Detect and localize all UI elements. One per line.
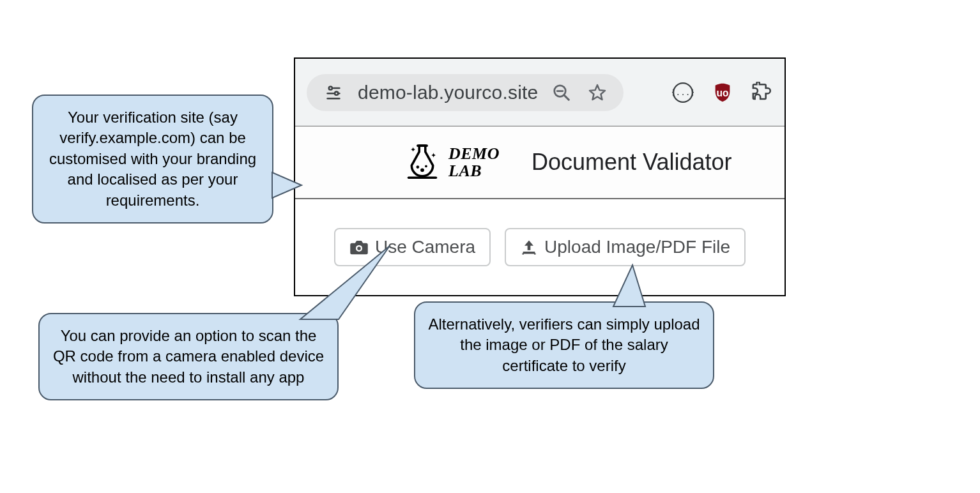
action-row: Use Camera Upload Image/PDF File xyxy=(295,199,785,295)
svg-text:uo: uo xyxy=(716,87,728,98)
svg-point-15 xyxy=(425,165,427,167)
url-text[interactable]: demo-lab.yourco.site xyxy=(358,82,538,103)
browser-extensions: {...} uo xyxy=(672,82,773,103)
svg-point-0 xyxy=(329,86,332,89)
address-bar[interactable]: demo-lab.yourco.site xyxy=(307,74,624,111)
use-camera-label: Use Camera xyxy=(375,237,475,257)
camera-icon xyxy=(349,239,369,255)
browser-toolbar: demo-lab.yourco.site {...} xyxy=(295,59,785,126)
svg-point-13 xyxy=(416,165,419,169)
svg-point-14 xyxy=(420,168,424,172)
callout-upload: Alternatively, verifiers can simply uplo… xyxy=(414,301,714,389)
svg-point-3 xyxy=(335,91,338,95)
logo-text: DEMO LAB xyxy=(448,145,500,180)
browser-window: demo-lab.yourco.site {...} xyxy=(294,57,786,296)
svg-line-6 xyxy=(564,95,569,100)
upload-file-label: Upload Image/PDF File xyxy=(544,237,730,257)
zoom-out-icon[interactable] xyxy=(552,83,571,102)
callout-camera: You can provide an option to scan the QR… xyxy=(38,313,339,400)
use-camera-button[interactable]: Use Camera xyxy=(334,228,491,266)
svg-point-19 xyxy=(357,247,361,250)
svg-text:✦: ✦ xyxy=(410,146,416,153)
svg-text:{...}: {...} xyxy=(672,87,694,97)
page-header: ✦ ✦ DEMO LAB Document Validator xyxy=(295,126,785,199)
star-icon[interactable] xyxy=(588,83,607,102)
callout-branding: Your verification site (say verify.examp… xyxy=(32,95,273,224)
site-settings-icon[interactable] xyxy=(323,82,344,103)
upload-icon xyxy=(520,238,538,256)
svg-rect-22 xyxy=(534,253,535,254)
flask-icon: ✦ ✦ xyxy=(404,141,441,183)
upload-file-button[interactable]: Upload Image/PDF File xyxy=(505,228,746,266)
svg-rect-20 xyxy=(523,252,535,254)
callout-camera-text: You can provide an option to scan the QR… xyxy=(53,327,324,386)
braces-extension-icon[interactable]: {...} xyxy=(672,82,694,103)
ublock-shield-icon[interactable]: uo xyxy=(712,82,733,103)
callout-branding-text: Your verification site (say verify.examp… xyxy=(49,109,256,209)
callout-upload-text: Alternatively, verifiers can simply uplo… xyxy=(428,315,700,374)
page-title: Document Validator xyxy=(532,149,732,176)
svg-text:✦: ✦ xyxy=(431,151,436,159)
svg-rect-21 xyxy=(523,253,524,254)
extensions-puzzle-icon[interactable] xyxy=(751,82,773,103)
logo: ✦ ✦ DEMO LAB xyxy=(404,141,500,183)
